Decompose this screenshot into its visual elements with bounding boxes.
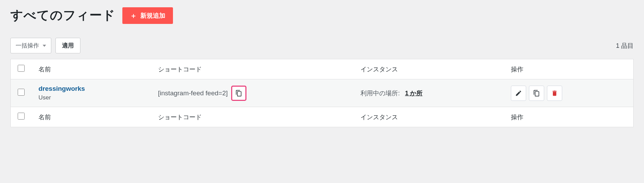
duplicate-icon (533, 90, 540, 97)
column-header-name: 名前 (32, 59, 151, 79)
column-footer-actions: 操作 (504, 107, 633, 127)
column-footer-name: 名前 (32, 107, 151, 127)
bulk-action-label: 一括操作 (16, 42, 39, 50)
page-title: すべてのフィード (10, 7, 115, 24)
instance-label: 利用中の場所: (360, 90, 400, 97)
pencil-icon (515, 90, 522, 97)
apply-button[interactable]: 適用 (55, 38, 80, 53)
select-all-checkbox-footer[interactable] (18, 113, 25, 120)
table-row: dressingworks User [instagram-feed feed=… (11, 79, 634, 107)
select-all-checkbox[interactable] (18, 65, 25, 72)
duplicate-button[interactable] (529, 86, 544, 101)
column-header-actions: 操作 (504, 59, 633, 79)
shortcode-text: [instagram-feed feed=2] (158, 89, 228, 97)
instance-count-link[interactable]: 1 か所 (405, 90, 423, 97)
copy-shortcode-button[interactable] (231, 86, 246, 101)
edit-button[interactable] (511, 86, 526, 101)
copy-icon (235, 90, 242, 97)
feed-subtype: User (38, 94, 51, 101)
add-new-button[interactable]: ＋ 新規追加 (122, 7, 173, 24)
column-footer-shortcode: ショートコード (151, 107, 354, 127)
add-new-label: 新規追加 (140, 11, 165, 20)
row-checkbox[interactable] (18, 89, 25, 96)
delete-button[interactable] (547, 86, 562, 101)
feeds-table: 名前 ショートコード インスタンス 操作 dressingworks User … (10, 59, 634, 127)
column-header-instance: インスタンス (354, 59, 504, 79)
trash-icon (551, 90, 558, 97)
bulk-action-select[interactable]: 一括操作 (10, 38, 51, 53)
chevron-down-icon (43, 45, 46, 47)
column-header-shortcode: ショートコード (151, 59, 354, 79)
item-count: 1 品目 (616, 42, 634, 50)
feed-name-link[interactable]: dressingworks (38, 85, 144, 93)
plus-icon: ＋ (130, 12, 137, 19)
column-footer-instance: インスタンス (354, 107, 504, 127)
